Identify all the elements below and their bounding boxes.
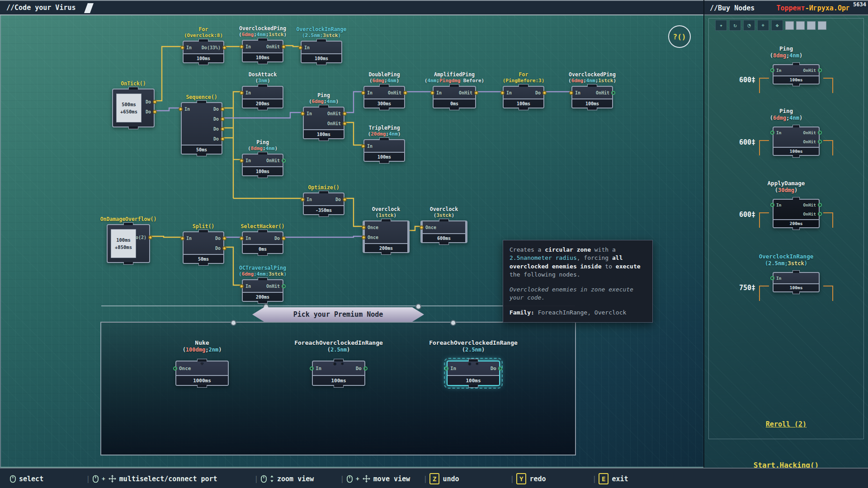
- port-out-dot[interactable]: [343, 112, 347, 116]
- port-in-dot[interactable]: [500, 91, 505, 95]
- node-octraversalping[interactable]: OCTraversalPing(6dmg;4nm;3stck)InOnHit20…: [242, 279, 283, 302]
- node-ping-6dmg[interactable]: Ping(6dmg;4nm)InOnHitOnHit100ms: [303, 107, 344, 139]
- port-out-dot[interactable]: [221, 107, 225, 111]
- port-out-dot[interactable]: [818, 68, 822, 72]
- port-in-dot[interactable]: [420, 225, 424, 230]
- port-out-dot[interactable]: [282, 159, 286, 163]
- port-out-dot[interactable]: [818, 203, 822, 207]
- node-foreach-overclocked-1[interactable]: ForeachOverclockedInRange(2.5nm)◉✱InDo10…: [312, 361, 365, 386]
- port-out-dot[interactable]: [343, 197, 347, 202]
- reroll-button[interactable]: Reroll (2): [704, 420, 868, 428]
- port-out-dot[interactable]: [542, 91, 547, 95]
- port-out-dot[interactable]: [153, 110, 157, 114]
- port-in-dot[interactable]: [362, 225, 366, 230]
- port-out-dot[interactable]: [282, 45, 286, 49]
- filter-icon-1[interactable]: ✦: [715, 20, 727, 31]
- port-in-dot[interactable]: [301, 197, 305, 202]
- port-in-dot[interactable]: [770, 68, 774, 72]
- node-ondamageoverflow[interactable]: OnDamageOverflow()Do(2)100ms+850ms: [107, 224, 150, 263]
- node-for-overclock8[interactable]: For(Overclock:8)InDo(33%)100ms: [183, 41, 224, 63]
- shop-item-overclockinrange[interactable]: OverclockInRange(2.5nm;3stck)750‡In100ms: [704, 253, 868, 301]
- port-in-dot[interactable]: [301, 112, 305, 116]
- node-sequence[interactable]: Sequence()InDoDoDoDo50ms: [181, 102, 222, 155]
- port-in-dot[interactable]: [180, 46, 184, 50]
- port-in-dot[interactable]: [569, 91, 573, 95]
- node-overclockedping-1[interactable]: OverclockedPing(6dmg;4nm;1stck)InOnHit10…: [242, 40, 283, 62]
- port-in-dot[interactable]: [298, 46, 302, 50]
- port-label: Do: [215, 246, 221, 251]
- filter-tab[interactable]: [785, 21, 794, 30]
- port-in-dot[interactable]: [444, 366, 448, 371]
- port-out-dot[interactable]: [222, 46, 226, 50]
- port-out-dot[interactable]: [363, 366, 368, 371]
- port-out-dot[interactable]: [222, 246, 226, 250]
- filter-tab[interactable]: [818, 21, 826, 30]
- port-out-dot[interactable]: [498, 366, 502, 371]
- port-out-dot[interactable]: [153, 100, 157, 104]
- filter-icon-5[interactable]: ❖: [771, 20, 783, 31]
- node-ping-8dmg[interactable]: Ping(8dmg;4nm)InOnHit100ms: [242, 154, 283, 176]
- node-overclockinrange[interactable]: In100ms: [773, 272, 820, 292]
- filter-icon-2[interactable]: ↻: [729, 20, 741, 31]
- node-ping[interactable]: InOnHit100ms: [773, 64, 820, 84]
- node-tripleping[interactable]: TriplePing(20dmg;4nm)In100ms: [363, 139, 405, 162]
- port-in-dot[interactable]: [240, 236, 244, 240]
- port-in-dot[interactable]: [240, 91, 244, 95]
- port-in-dot[interactable]: [180, 236, 184, 240]
- shop-item-ping[interactable]: Ping(6dmg;4nm)600‡InOnHitOnHit100ms: [704, 108, 868, 156]
- port-in-dot[interactable]: [240, 159, 244, 163]
- node-cost: 100ms: [364, 152, 404, 161]
- node-overclock-1stck[interactable]: Overclock(1stck)OnceOnce200ms: [363, 221, 410, 253]
- port-out-dot[interactable]: [221, 137, 225, 141]
- statusbar-item-redo: Yredo: [516, 469, 546, 488]
- filter-tab[interactable]: [807, 21, 816, 30]
- node-doubleping[interactable]: DoublePing(6dmg;4nm)InOnHit300ms: [363, 86, 405, 108]
- port-label: In: [776, 202, 781, 207]
- shop-item-ping[interactable]: Ping(8dmg;4nm)600‡InOnHit100ms: [704, 45, 868, 93]
- node-overclock-3stck[interactable]: Overclock(3stck)Once600ms: [420, 221, 467, 243]
- port-in-dot[interactable]: [430, 91, 434, 95]
- port-out-dot[interactable]: [282, 236, 286, 240]
- node-for-pingbefore[interactable]: For(PingBefore:3)InDo100ms: [503, 86, 544, 108]
- port-in-dot[interactable]: [173, 366, 177, 371]
- port-out-dot[interactable]: [148, 235, 152, 239]
- port-in-dot[interactable]: [770, 131, 774, 135]
- node-overclockinrange[interactable]: OverclockInRange(2.5nm;3stck)In100ms: [301, 41, 342, 63]
- port-out-dot[interactable]: [222, 236, 226, 240]
- node-nuke[interactable]: Nuke(100dmg;2nm)☢Once1000ms: [175, 361, 229, 386]
- port-out-dot[interactable]: [282, 284, 286, 288]
- help-button[interactable]: ?(): [668, 25, 691, 48]
- port-out-dot[interactable]: [343, 122, 347, 126]
- port-out-dot[interactable]: [611, 91, 615, 95]
- node-dosattack[interactable]: DosAttack(3nm)In200ms: [242, 86, 283, 108]
- node-applydamage[interactable]: InOnHitOnHit200ms: [773, 199, 820, 228]
- port-out-dot[interactable]: [818, 131, 822, 135]
- port-in-dot[interactable]: [361, 91, 365, 95]
- node-ontick[interactable]: OnTick()DoDo500ms+650ms: [112, 89, 155, 127]
- port-out-dot[interactable]: [221, 127, 225, 131]
- port-in-dot[interactable]: [770, 203, 774, 207]
- port-in-dot[interactable]: [179, 107, 183, 111]
- node-optimize[interactable]: Optimize()InDo-350ms: [303, 192, 344, 215]
- shop-item-applydamage[interactable]: ApplyDamage(30dmg)600‡InOnHitOnHit200ms: [704, 180, 868, 228]
- port-out-dot[interactable]: [221, 117, 225, 121]
- port-in-dot[interactable]: [362, 235, 366, 239]
- node-split[interactable]: Split()InDoDo50ms: [183, 231, 224, 264]
- port-in-dot[interactable]: [770, 276, 774, 280]
- port-in-dot[interactable]: [240, 284, 244, 288]
- port-out-dot[interactable]: [474, 91, 478, 95]
- filter-icon-4[interactable]: ⌖: [757, 20, 769, 31]
- filter-icon-3[interactable]: ◔: [743, 20, 755, 31]
- port-out-dot[interactable]: [818, 140, 822, 144]
- port-in-dot[interactable]: [240, 45, 244, 49]
- node-foreach-overclocked-2[interactable]: ForeachOverclockedInRange(2.5nm)◉✱InDo10…: [447, 361, 500, 386]
- port-in-dot[interactable]: [310, 366, 314, 371]
- port-in-dot[interactable]: [361, 144, 365, 148]
- port-out-dot[interactable]: [818, 212, 822, 216]
- node-ping[interactable]: InOnHitOnHit100ms: [773, 127, 820, 156]
- node-selecthacker[interactable]: SelectHacker()InDo0ms: [242, 231, 283, 254]
- node-overclockedping-2[interactable]: OverclockedPing(6dmg;4nm;1stck)InOnHit10…: [571, 86, 613, 108]
- node-amplifiedping[interactable]: AmplifiedPing(4nm;Pingdmg Before)InOnHit…: [433, 86, 476, 108]
- port-out-dot[interactable]: [403, 91, 407, 95]
- filter-tab[interactable]: [796, 21, 805, 30]
